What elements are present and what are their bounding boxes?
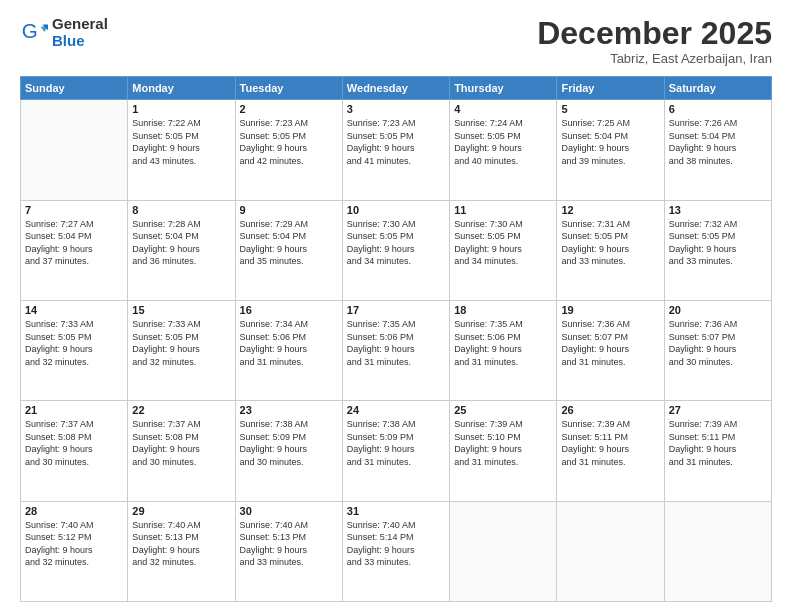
day-number: 24	[347, 404, 445, 416]
day-cell: 16Sunrise: 7:34 AM Sunset: 5:06 PM Dayli…	[235, 300, 342, 400]
day-number: 16	[240, 304, 338, 316]
col-wednesday: Wednesday	[342, 77, 449, 100]
day-number: 8	[132, 204, 230, 216]
day-number: 31	[347, 505, 445, 517]
day-cell: 23Sunrise: 7:38 AM Sunset: 5:09 PM Dayli…	[235, 401, 342, 501]
col-tuesday: Tuesday	[235, 77, 342, 100]
day-cell: 8Sunrise: 7:28 AM Sunset: 5:04 PM Daylig…	[128, 200, 235, 300]
day-info: Sunrise: 7:40 AM Sunset: 5:13 PM Dayligh…	[132, 519, 230, 569]
day-info: Sunrise: 7:23 AM Sunset: 5:05 PM Dayligh…	[240, 117, 338, 167]
day-info: Sunrise: 7:26 AM Sunset: 5:04 PM Dayligh…	[669, 117, 767, 167]
day-info: Sunrise: 7:35 AM Sunset: 5:06 PM Dayligh…	[454, 318, 552, 368]
title-section: December 2025 Tabriz, East Azerbaijan, I…	[537, 16, 772, 66]
day-number: 26	[561, 404, 659, 416]
day-cell: 27Sunrise: 7:39 AM Sunset: 5:11 PM Dayli…	[664, 401, 771, 501]
day-info: Sunrise: 7:22 AM Sunset: 5:05 PM Dayligh…	[132, 117, 230, 167]
logo-blue-label: Blue	[52, 33, 108, 50]
page: G General Blue December 2025 Tabriz, Eas…	[0, 0, 792, 612]
day-number: 27	[669, 404, 767, 416]
day-cell: 28Sunrise: 7:40 AM Sunset: 5:12 PM Dayli…	[21, 501, 128, 601]
day-cell: 7Sunrise: 7:27 AM Sunset: 5:04 PM Daylig…	[21, 200, 128, 300]
day-info: Sunrise: 7:37 AM Sunset: 5:08 PM Dayligh…	[25, 418, 123, 468]
day-info: Sunrise: 7:36 AM Sunset: 5:07 PM Dayligh…	[561, 318, 659, 368]
day-info: Sunrise: 7:40 AM Sunset: 5:13 PM Dayligh…	[240, 519, 338, 569]
day-info: Sunrise: 7:40 AM Sunset: 5:14 PM Dayligh…	[347, 519, 445, 569]
day-cell: 6Sunrise: 7:26 AM Sunset: 5:04 PM Daylig…	[664, 100, 771, 200]
day-number: 25	[454, 404, 552, 416]
day-number: 4	[454, 103, 552, 115]
day-info: Sunrise: 7:30 AM Sunset: 5:05 PM Dayligh…	[347, 218, 445, 268]
day-cell: 1Sunrise: 7:22 AM Sunset: 5:05 PM Daylig…	[128, 100, 235, 200]
day-cell: 12Sunrise: 7:31 AM Sunset: 5:05 PM Dayli…	[557, 200, 664, 300]
day-cell: 13Sunrise: 7:32 AM Sunset: 5:05 PM Dayli…	[664, 200, 771, 300]
header: G General Blue December 2025 Tabriz, Eas…	[20, 16, 772, 66]
day-number: 2	[240, 103, 338, 115]
day-cell	[664, 501, 771, 601]
day-number: 11	[454, 204, 552, 216]
day-info: Sunrise: 7:38 AM Sunset: 5:09 PM Dayligh…	[347, 418, 445, 468]
day-info: Sunrise: 7:29 AM Sunset: 5:04 PM Dayligh…	[240, 218, 338, 268]
day-number: 18	[454, 304, 552, 316]
week-row-2: 7Sunrise: 7:27 AM Sunset: 5:04 PM Daylig…	[21, 200, 772, 300]
day-cell: 19Sunrise: 7:36 AM Sunset: 5:07 PM Dayli…	[557, 300, 664, 400]
day-cell: 14Sunrise: 7:33 AM Sunset: 5:05 PM Dayli…	[21, 300, 128, 400]
day-cell: 31Sunrise: 7:40 AM Sunset: 5:14 PM Dayli…	[342, 501, 449, 601]
day-number: 12	[561, 204, 659, 216]
day-info: Sunrise: 7:35 AM Sunset: 5:06 PM Dayligh…	[347, 318, 445, 368]
col-monday: Monday	[128, 77, 235, 100]
calendar-body: 1Sunrise: 7:22 AM Sunset: 5:05 PM Daylig…	[21, 100, 772, 602]
day-number: 21	[25, 404, 123, 416]
week-row-1: 1Sunrise: 7:22 AM Sunset: 5:05 PM Daylig…	[21, 100, 772, 200]
day-cell: 18Sunrise: 7:35 AM Sunset: 5:06 PM Dayli…	[450, 300, 557, 400]
day-cell: 26Sunrise: 7:39 AM Sunset: 5:11 PM Dayli…	[557, 401, 664, 501]
location-subtitle: Tabriz, East Azerbaijan, Iran	[537, 51, 772, 66]
day-number: 17	[347, 304, 445, 316]
day-info: Sunrise: 7:39 AM Sunset: 5:11 PM Dayligh…	[669, 418, 767, 468]
day-cell: 2Sunrise: 7:23 AM Sunset: 5:05 PM Daylig…	[235, 100, 342, 200]
day-number: 3	[347, 103, 445, 115]
calendar-table: Sunday Monday Tuesday Wednesday Thursday…	[20, 76, 772, 602]
week-row-4: 21Sunrise: 7:37 AM Sunset: 5:08 PM Dayli…	[21, 401, 772, 501]
day-number: 28	[25, 505, 123, 517]
day-cell: 10Sunrise: 7:30 AM Sunset: 5:05 PM Dayli…	[342, 200, 449, 300]
day-number: 7	[25, 204, 123, 216]
day-number: 6	[669, 103, 767, 115]
day-info: Sunrise: 7:28 AM Sunset: 5:04 PM Dayligh…	[132, 218, 230, 268]
day-info: Sunrise: 7:25 AM Sunset: 5:04 PM Dayligh…	[561, 117, 659, 167]
svg-text:G: G	[22, 19, 38, 42]
day-cell: 22Sunrise: 7:37 AM Sunset: 5:08 PM Dayli…	[128, 401, 235, 501]
header-row: Sunday Monday Tuesday Wednesday Thursday…	[21, 77, 772, 100]
day-number: 19	[561, 304, 659, 316]
logo-icon: G	[20, 19, 48, 47]
day-info: Sunrise: 7:37 AM Sunset: 5:08 PM Dayligh…	[132, 418, 230, 468]
day-cell: 20Sunrise: 7:36 AM Sunset: 5:07 PM Dayli…	[664, 300, 771, 400]
day-cell: 24Sunrise: 7:38 AM Sunset: 5:09 PM Dayli…	[342, 401, 449, 501]
day-number: 20	[669, 304, 767, 316]
day-cell: 3Sunrise: 7:23 AM Sunset: 5:05 PM Daylig…	[342, 100, 449, 200]
day-cell	[21, 100, 128, 200]
day-cell: 9Sunrise: 7:29 AM Sunset: 5:04 PM Daylig…	[235, 200, 342, 300]
day-cell: 15Sunrise: 7:33 AM Sunset: 5:05 PM Dayli…	[128, 300, 235, 400]
day-number: 30	[240, 505, 338, 517]
col-saturday: Saturday	[664, 77, 771, 100]
logo: G General Blue	[20, 16, 108, 49]
week-row-3: 14Sunrise: 7:33 AM Sunset: 5:05 PM Dayli…	[21, 300, 772, 400]
day-cell: 21Sunrise: 7:37 AM Sunset: 5:08 PM Dayli…	[21, 401, 128, 501]
day-info: Sunrise: 7:36 AM Sunset: 5:07 PM Dayligh…	[669, 318, 767, 368]
month-title: December 2025	[537, 16, 772, 51]
day-info: Sunrise: 7:30 AM Sunset: 5:05 PM Dayligh…	[454, 218, 552, 268]
logo-general-label: General	[52, 16, 108, 33]
day-info: Sunrise: 7:23 AM Sunset: 5:05 PM Dayligh…	[347, 117, 445, 167]
day-cell: 4Sunrise: 7:24 AM Sunset: 5:05 PM Daylig…	[450, 100, 557, 200]
day-info: Sunrise: 7:40 AM Sunset: 5:12 PM Dayligh…	[25, 519, 123, 569]
day-number: 5	[561, 103, 659, 115]
day-number: 1	[132, 103, 230, 115]
day-number: 14	[25, 304, 123, 316]
col-friday: Friday	[557, 77, 664, 100]
col-thursday: Thursday	[450, 77, 557, 100]
day-cell: 17Sunrise: 7:35 AM Sunset: 5:06 PM Dayli…	[342, 300, 449, 400]
day-info: Sunrise: 7:39 AM Sunset: 5:11 PM Dayligh…	[561, 418, 659, 468]
day-info: Sunrise: 7:33 AM Sunset: 5:05 PM Dayligh…	[25, 318, 123, 368]
day-cell: 29Sunrise: 7:40 AM Sunset: 5:13 PM Dayli…	[128, 501, 235, 601]
day-info: Sunrise: 7:31 AM Sunset: 5:05 PM Dayligh…	[561, 218, 659, 268]
